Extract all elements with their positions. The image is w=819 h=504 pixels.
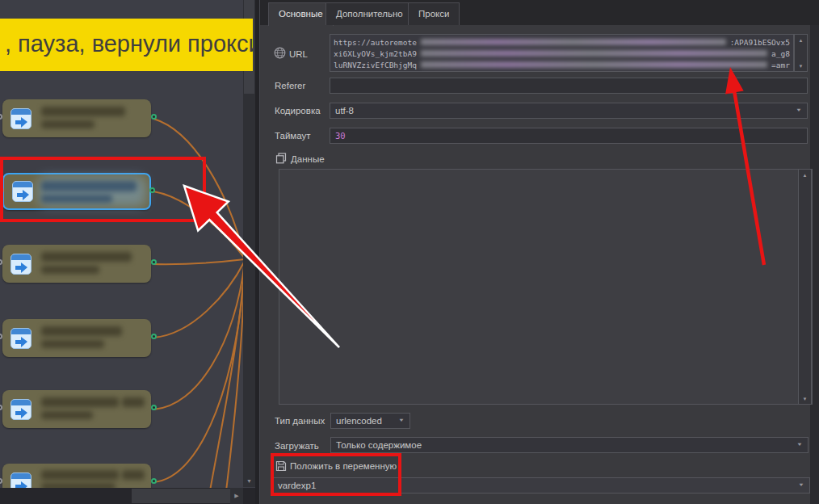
flow-node[interactable] bbox=[2, 245, 151, 283]
node-output-port[interactable] bbox=[149, 187, 155, 193]
url-line2-prefix: xi6XLyOVs_kjm2tbA9 bbox=[334, 49, 417, 58]
node-output-port[interactable] bbox=[151, 405, 157, 410]
node-output-port[interactable] bbox=[151, 259, 157, 265]
data-type-label: Тип данных bbox=[275, 416, 325, 426]
floppy-disk-icon bbox=[275, 460, 287, 472]
scroll-down-icon[interactable] bbox=[243, 475, 255, 487]
tab-additional[interactable]: Дополнительно bbox=[326, 2, 414, 25]
blurred-url-segment bbox=[421, 50, 767, 57]
copy-icon bbox=[275, 153, 287, 164]
node-output-port[interactable] bbox=[151, 334, 157, 339]
node-input-port[interactable] bbox=[0, 334, 2, 339]
http-get-icon bbox=[12, 181, 33, 202]
scroll-down-icon[interactable] bbox=[799, 393, 811, 404]
referer-label: Referer bbox=[275, 81, 305, 90]
node-input-port[interactable] bbox=[0, 405, 2, 410]
scroll-up-icon[interactable] bbox=[795, 35, 807, 45]
url-line1-prefix: https://autoremote bbox=[334, 38, 417, 47]
scrollbar-thumb[interactable] bbox=[132, 489, 230, 503]
tab-bar: Основные Дополнительно Прокси bbox=[260, 0, 819, 25]
save-to-variable-select[interactable]: vardexp1 bbox=[272, 477, 810, 494]
encoding-select[interactable]: utf-8 bbox=[330, 103, 808, 119]
flow-node[interactable] bbox=[2, 390, 151, 428]
blurred-url-segment bbox=[421, 39, 726, 45]
status-banner: , пауза, вернули прокси bbox=[0, 19, 253, 71]
url-line3-prefix: luRNVZzivEfCBhjgMq bbox=[334, 61, 417, 69]
tab-main[interactable]: Основные bbox=[268, 2, 334, 26]
url-scrollbar[interactable] bbox=[794, 34, 808, 72]
load-mode-select[interactable]: Только содержимое bbox=[330, 437, 808, 453]
app-window: , пауза, вернули прокси bbox=[0, 0, 819, 504]
flow-node[interactable] bbox=[2, 319, 151, 357]
url-input[interactable]: https://autoremote :APA91bESOvx5 xi6XLyO… bbox=[330, 34, 794, 72]
http-get-icon bbox=[10, 399, 32, 420]
url-line3-suffix: =amr bbox=[771, 61, 790, 69]
properties-panel: Основные Дополнительно Прокси URL https:… bbox=[260, 0, 819, 504]
referer-input[interactable] bbox=[330, 78, 808, 94]
url-label: URL bbox=[289, 49, 308, 59]
node-input-port[interactable] bbox=[0, 478, 2, 484]
flow-canvas[interactable]: , пауза, вернули прокси bbox=[0, 0, 255, 504]
node-output-port[interactable] bbox=[151, 478, 157, 484]
timeout-input[interactable]: 30 bbox=[330, 128, 808, 144]
globe-www-icon bbox=[274, 47, 285, 58]
encoding-label: Кодировка bbox=[275, 106, 321, 116]
scroll-up-icon[interactable] bbox=[799, 170, 811, 180]
timeout-label: Таймаут bbox=[275, 131, 311, 141]
http-get-icon bbox=[10, 254, 32, 275]
save-to-variable-label: Положить в переменную bbox=[290, 461, 397, 471]
data-textarea[interactable] bbox=[279, 169, 813, 405]
url-line1-suffix: :APA91bESOvx5 bbox=[730, 38, 790, 47]
node-input-port[interactable] bbox=[0, 259, 2, 265]
data-label: Данные bbox=[291, 154, 325, 164]
data-type-select[interactable]: urlencoded bbox=[330, 413, 410, 429]
tab-proxy[interactable]: Прокси bbox=[408, 2, 460, 25]
flow-node[interactable] bbox=[2, 99, 151, 137]
node-output-port[interactable] bbox=[151, 114, 157, 120]
scroll-down-icon[interactable] bbox=[795, 61, 807, 71]
url-line2-suffix: a_g8 bbox=[771, 49, 790, 58]
http-get-icon bbox=[10, 108, 32, 129]
canvas-horizontal-scrollbar[interactable] bbox=[0, 488, 255, 504]
http-get-icon bbox=[10, 328, 32, 349]
blurred-url-segment bbox=[421, 61, 767, 68]
scroll-right-icon[interactable] bbox=[230, 488, 243, 504]
flow-node-selected[interactable] bbox=[2, 173, 151, 210]
canvas-vertical-scrollbar[interactable] bbox=[243, 0, 255, 487]
node-input-port[interactable] bbox=[0, 114, 2, 120]
node-input-port[interactable] bbox=[0, 187, 4, 193]
load-mode-label: Загружать bbox=[275, 441, 319, 451]
data-scrollbar[interactable] bbox=[798, 170, 812, 404]
